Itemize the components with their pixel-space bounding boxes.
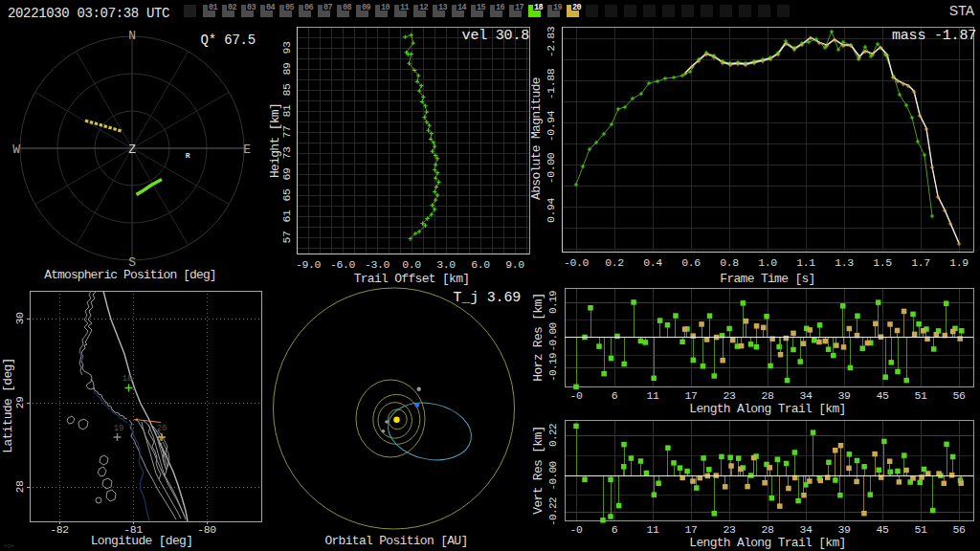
svg-text:mjw: mjw	[4, 542, 14, 549]
svg-text:-0.22: -0.22	[547, 497, 559, 526]
svg-text:28: 28	[761, 523, 774, 536]
svg-text:20: 20	[157, 424, 167, 433]
svg-text:39: 39	[837, 523, 851, 536]
svg-text:34: 34	[799, 523, 813, 536]
svg-text:04: 04	[266, 3, 276, 12]
svg-text:12: 12	[419, 3, 429, 12]
svg-text:45: 45	[876, 523, 889, 536]
svg-text:17: 17	[684, 389, 697, 402]
svg-text:30: 30	[13, 312, 26, 325]
svg-text:Z: Z	[128, 143, 136, 157]
svg-text:-9.0: -9.0	[296, 258, 322, 271]
svg-text:6.0: 6.0	[471, 258, 490, 271]
svg-text:1.0: 1.0	[758, 256, 777, 269]
svg-text:11: 11	[646, 389, 659, 402]
svg-text:06: 06	[304, 3, 314, 12]
svg-text:34: 34	[799, 389, 813, 402]
svg-text:45: 45	[876, 389, 889, 402]
svg-text:-0: -0	[569, 523, 583, 536]
svg-text:Trail Offset [km]: Trail Offset [km]	[354, 272, 470, 286]
svg-text:57: 57	[280, 231, 293, 243]
svg-text:T_j 3.69: T_j 3.69	[454, 290, 521, 306]
svg-text:Atmospheric Position [deg]: Atmospheric Position [deg]	[44, 268, 215, 282]
svg-text:93: 93	[280, 41, 293, 55]
svg-text:01: 01	[209, 3, 218, 12]
svg-text:08: 08	[343, 3, 352, 12]
svg-text:28: 28	[13, 480, 26, 494]
svg-text:18: 18	[534, 3, 544, 12]
svg-text:Horz Res [km]: Horz Res [km]	[531, 293, 546, 381]
svg-text:11: 11	[400, 3, 410, 12]
svg-text:6: 6	[612, 389, 618, 402]
svg-text:11: 11	[646, 523, 659, 536]
svg-text:-1.88: -1.88	[545, 68, 557, 99]
svg-text:STA: STA	[949, 3, 975, 18]
svg-text:15: 15	[477, 3, 486, 12]
svg-text:-0.00: -0.00	[547, 322, 559, 351]
svg-text:56: 56	[952, 389, 966, 402]
svg-text:-0.94: -0.94	[545, 110, 557, 142]
svg-text:0.8: 0.8	[720, 256, 739, 269]
svg-text:14: 14	[457, 3, 467, 12]
svg-text:20221030 03:07:38 UTC: 20221030 03:07:38 UTC	[8, 6, 169, 21]
svg-text:-0: -0	[569, 389, 583, 402]
svg-text:6: 6	[612, 523, 618, 536]
svg-text:Q* 67.5: Q* 67.5	[201, 33, 256, 48]
svg-text:61: 61	[280, 209, 293, 223]
svg-text:W: W	[12, 143, 20, 157]
svg-text:Length Along Trail [km]: Length Along Trail [km]	[689, 536, 845, 550]
svg-text:-3.0: -3.0	[365, 258, 390, 271]
svg-text:3.0: 3.0	[436, 258, 456, 271]
svg-text:E: E	[243, 143, 251, 157]
svg-text:N: N	[128, 29, 136, 43]
svg-text:18: 18	[122, 374, 132, 384]
svg-text:1.3: 1.3	[835, 256, 854, 269]
svg-text:9.0: 9.0	[505, 258, 524, 271]
svg-text:23: 23	[723, 389, 736, 402]
svg-text:39: 39	[837, 389, 851, 402]
svg-text:1.9: 1.9	[949, 256, 969, 269]
svg-text:0.19: 0.19	[547, 291, 559, 314]
svg-text:0.2: 0.2	[605, 256, 624, 269]
svg-text:10: 10	[381, 3, 390, 12]
svg-text:1.7: 1.7	[911, 256, 930, 269]
svg-text:03: 03	[247, 3, 256, 12]
svg-text:0.4: 0.4	[643, 256, 662, 269]
svg-text:Frame Time [s]: Frame Time [s]	[720, 272, 814, 286]
svg-text:17: 17	[515, 3, 524, 12]
svg-text:Orbital Position [AU]: Orbital Position [AU]	[324, 534, 467, 548]
svg-text:-2.83: -2.83	[545, 26, 557, 57]
svg-text:R: R	[186, 151, 190, 160]
svg-text:02: 02	[228, 3, 237, 12]
svg-text:89: 89	[280, 62, 293, 76]
svg-text:16: 16	[496, 3, 505, 12]
svg-text:05: 05	[285, 3, 295, 12]
svg-text:56: 56	[952, 523, 966, 536]
svg-text:07: 07	[323, 3, 333, 12]
svg-text:13: 13	[438, 3, 448, 12]
svg-text:19: 19	[114, 424, 123, 433]
svg-text:20: 20	[572, 3, 582, 12]
svg-text:0.94: 0.94	[545, 198, 557, 224]
svg-text:09: 09	[362, 3, 371, 12]
svg-text:85: 85	[280, 83, 293, 97]
svg-text:0.6: 0.6	[681, 256, 701, 269]
svg-text:1.1: 1.1	[796, 256, 815, 269]
svg-text:65: 65	[280, 188, 293, 202]
svg-text:-0.00: -0.00	[547, 461, 559, 490]
svg-text:-0.0: -0.0	[564, 256, 590, 269]
svg-text:-6.0: -6.0	[330, 258, 356, 271]
svg-text:Latitude [deg]: Latitude [deg]	[1, 358, 15, 452]
svg-text:Absolute Magnitude: Absolute Magnitude	[529, 77, 544, 200]
svg-text:19: 19	[553, 3, 563, 12]
svg-text:1.5: 1.5	[873, 256, 892, 269]
svg-text:-80: -80	[197, 523, 216, 536]
svg-text:Longitude [deg]: Longitude [deg]	[91, 534, 193, 548]
svg-text:Vert Res [km]: Vert Res [km]	[531, 426, 546, 514]
svg-text:Height [km]: Height [km]	[268, 103, 282, 178]
svg-text:Length Along Trail [km]: Length Along Trail [km]	[689, 402, 845, 416]
svg-text:23: 23	[723, 523, 736, 536]
svg-text:17: 17	[684, 523, 697, 536]
svg-text:-0.19: -0.19	[547, 353, 559, 382]
svg-text:28: 28	[761, 389, 774, 402]
